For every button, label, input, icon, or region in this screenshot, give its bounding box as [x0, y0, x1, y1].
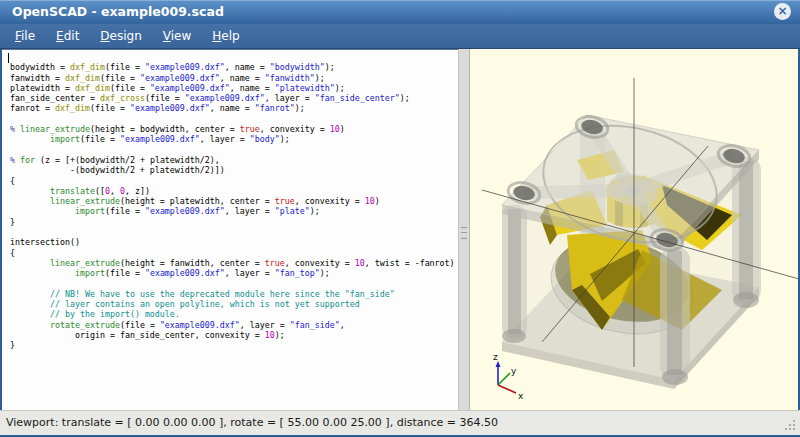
code-editor[interactable]: bodywidth = dxf_dim(file = "example009.d… — [2, 49, 458, 410]
code-line: { — [10, 176, 458, 186]
code-line: linear_extrude(height = platewidth, cent… — [10, 196, 458, 206]
axis-indicator: z y x — [493, 352, 524, 401]
code-line: intersection() — [10, 237, 458, 247]
code-line: % for (z = [+(bodywidth/2 + platewidth/2… — [10, 155, 458, 165]
code-line — [10, 114, 458, 124]
code-line: platewidth = dxf_dim(file = "example009.… — [10, 83, 458, 93]
resize-grip[interactable] — [784, 419, 796, 431]
code-lines: bodywidth = dxf_dim(file = "example009.d… — [10, 52, 458, 351]
code-line — [10, 145, 458, 155]
code-line: fan_side_center = dxf_cross(file = "exam… — [10, 93, 458, 103]
viewport-3d[interactable]: z y x — [470, 49, 798, 410]
close-icon[interactable]: × — [774, 3, 791, 20]
menu-item-view[interactable]: View — [156, 27, 198, 45]
splitter-grip-icon — [461, 227, 467, 239]
fan-model-render: z y x — [470, 49, 798, 410]
code-line: fanwidth = dxf_dim(file = "example009.dx… — [10, 73, 458, 83]
code-line: // layer contains an open polyline, whic… — [10, 299, 458, 309]
code-line: bodywidth = dxf_dim(file = "example009.d… — [10, 62, 458, 72]
panel-splitter[interactable] — [458, 49, 470, 410]
code-line: } — [10, 340, 458, 350]
code-line: { — [10, 248, 458, 258]
text-caret — [8, 53, 9, 63]
code-line: // by the import() module. — [10, 309, 458, 319]
code-line — [10, 279, 458, 289]
status-bar: Viewport: translate = [ 0.00 0.00 0.00 ]… — [0, 410, 800, 437]
code-line: linear_extrude(height = fanwidth, center… — [10, 258, 458, 268]
code-line: } — [10, 217, 458, 227]
code-line: rotate_extrude(file = "example009.dxf", … — [10, 320, 458, 330]
menu-item-design[interactable]: Design — [93, 27, 148, 45]
axis-label-z: z — [493, 352, 498, 362]
code-line: // NB! We have to use the deprecated mod… — [10, 289, 458, 299]
code-line: import(file = "example009.dxf", layer = … — [10, 134, 458, 144]
title-bar: OpenSCAD - example009.scad × — [0, 0, 800, 24]
menu-item-edit[interactable]: Edit — [49, 27, 86, 45]
code-line: import(file = "example009.dxf", layer = … — [10, 268, 458, 278]
viewport-status-text: Viewport: translate = [ 0.00 0.00 0.00 ]… — [6, 411, 498, 435]
code-line: % linear_extrude(height = bodywidth, cen… — [10, 124, 458, 134]
axis-label-y: y — [511, 366, 517, 376]
code-line: origin = fan_side_center, convexity = 10… — [10, 330, 458, 340]
code-line — [10, 227, 458, 237]
menu-item-file[interactable]: File — [8, 27, 42, 45]
code-line — [10, 52, 458, 62]
code-line: import(file = "example009.dxf", layer = … — [10, 206, 458, 216]
menu-bar: FileEditDesignViewHelp — [0, 24, 800, 49]
menu-item-help[interactable]: Help — [205, 27, 246, 45]
code-line: -(bodywidth/2 + platewidth/2)]) — [10, 165, 458, 175]
main-area: bodywidth = dxf_dim(file = "example009.d… — [2, 49, 798, 410]
code-line: fanrot = dxf_dim(file = "example009.dxf"… — [10, 103, 458, 113]
code-line: translate([0, 0, z]) — [10, 186, 458, 196]
window-title: OpenSCAD - example009.scad — [12, 0, 224, 24]
axis-label-x: x — [518, 391, 524, 401]
